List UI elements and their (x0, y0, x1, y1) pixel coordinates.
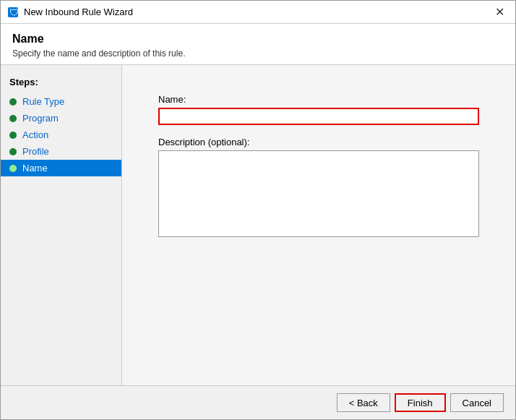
step-label-program: Program (22, 113, 59, 124)
step-label-rule-type: Rule Type (22, 96, 64, 107)
finish-button[interactable]: Finish (395, 393, 446, 412)
close-button[interactable]: ✕ (489, 2, 509, 22)
step-dot-program (9, 115, 17, 122)
cancel-button[interactable]: Cancel (450, 393, 504, 412)
steps-label: Steps: (1, 74, 121, 93)
dialog-subtitle: Specify the name and description of this… (12, 48, 504, 59)
step-dot-profile (9, 148, 17, 155)
name-field-group: Name: (158, 94, 479, 125)
sidebar: Steps: Rule Type Program Action Profile … (1, 65, 122, 385)
description-textarea[interactable] (158, 150, 479, 237)
name-input[interactable] (158, 108, 479, 125)
dialog-footer: < Back Finish Cancel (1, 385, 515, 419)
dialog-window: 🛡 New Inbound Rule Wizard ✕ Name Specify… (0, 0, 516, 420)
back-button[interactable]: < Back (337, 393, 390, 412)
form-area: Name: Description (optional): (122, 65, 515, 385)
step-dot-action (9, 132, 17, 139)
step-label-profile: Profile (22, 146, 49, 157)
dialog-body: Steps: Rule Type Program Action Profile … (1, 65, 515, 385)
sidebar-item-program[interactable]: Program (1, 110, 121, 127)
sidebar-item-name[interactable]: Name (1, 160, 121, 176)
step-label-action: Action (22, 129, 48, 140)
wizard-icon: 🛡 (7, 6, 20, 19)
step-label-name: Name (22, 163, 48, 173)
step-dot-name (9, 165, 17, 172)
sidebar-item-action[interactable]: Action (1, 127, 121, 143)
sidebar-item-rule-type[interactable]: Rule Type (1, 93, 121, 110)
desc-field-group: Description (optional): (158, 137, 479, 239)
main-content: Name: Description (optional): (122, 65, 515, 385)
title-bar-text: New Inbound Rule Wizard (24, 7, 489, 17)
sidebar-item-profile[interactable]: Profile (1, 143, 121, 160)
title-bar: 🛡 New Inbound Rule Wizard ✕ (1, 1, 515, 24)
step-dot-rule-type (9, 98, 17, 106)
name-label: Name: (158, 94, 479, 105)
desc-label: Description (optional): (158, 137, 479, 147)
dialog-header: Name Specify the name and description of… (1, 24, 515, 65)
dialog-title: Name (12, 33, 504, 46)
svg-text:🛡: 🛡 (9, 7, 19, 18)
